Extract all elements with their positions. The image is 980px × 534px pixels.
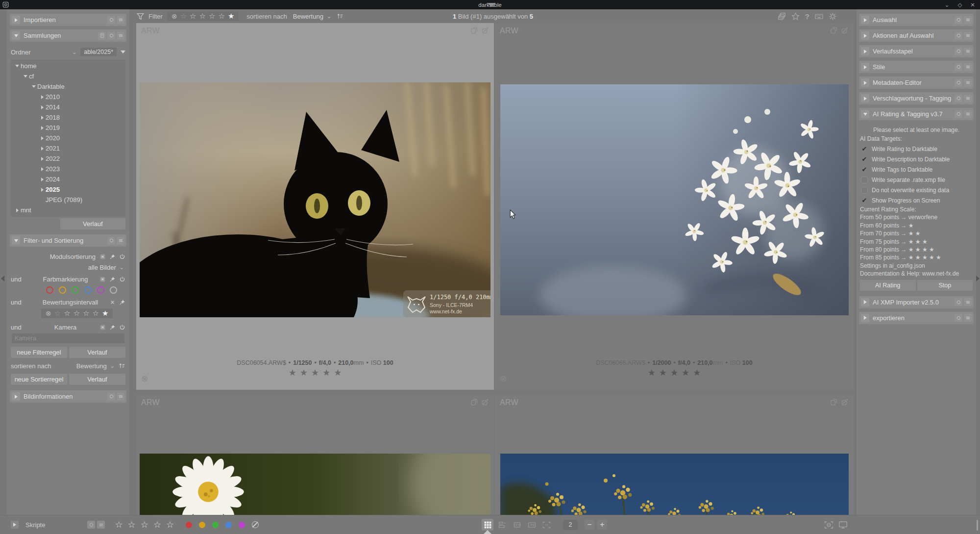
reset-icon[interactable]: [955, 298, 962, 306]
tree-item-2024[interactable]: 2024: [11, 174, 125, 184]
star-filled-icon[interactable]: ★: [228, 12, 234, 21]
filter-history-button[interactable]: Verlauf: [69, 347, 125, 358]
rule-label[interactable]: Bewertungsintervall: [31, 299, 109, 306]
expander-icon[interactable]: [861, 16, 869, 24]
rule-operator[interactable]: und: [11, 299, 31, 306]
tree-item-home[interactable]: home: [11, 61, 125, 71]
star-zero-icon[interactable]: ☆: [54, 309, 61, 318]
expander-icon[interactable]: [861, 31, 869, 40]
preferences-gear-icon[interactable]: [829, 12, 837, 21]
rating-filter[interactable]: ⊗ ☆ ☆ ☆ ☆ ☆ ★: [167, 11, 239, 21]
pin-icon[interactable]: [109, 254, 116, 260]
panel-ai-rating-header[interactable]: AI Rating & Tagging v3.7: [859, 108, 974, 120]
top-panel-collapse-handle[interactable]: [487, 3, 496, 7]
reset-icon[interactable]: [955, 95, 962, 102]
display-profile-icon[interactable]: [838, 520, 848, 530]
panel-sammlungen-header[interactable]: Sammlungen: [10, 29, 126, 42]
tree-item-2021[interactable]: 2021: [11, 143, 125, 153]
overlays-star-icon[interactable]: [791, 12, 800, 21]
star-icon[interactable]: ☆: [115, 519, 122, 530]
reset-icon[interactable]: [955, 63, 962, 71]
star-icon[interactable]: ☆: [199, 12, 206, 21]
remove-rule-icon[interactable]: [109, 299, 116, 305]
star-icon[interactable]: ☆: [166, 519, 174, 530]
maximize-button[interactable]: ◇: [958, 1, 962, 8]
focus-peaking-icon[interactable]: [824, 520, 833, 530]
group-icon[interactable]: [481, 26, 489, 34]
presets-icon[interactable]: [964, 32, 972, 40]
color-label-yellow[interactable]: [59, 286, 66, 294]
minimize-button[interactable]: ⌄: [945, 1, 950, 8]
reject-icon[interactable]: ⊗: [172, 12, 177, 21]
sort-history-button[interactable]: Verlauf: [69, 374, 125, 385]
presets-icon[interactable]: [964, 16, 972, 24]
reset-icon[interactable]: [955, 110, 962, 118]
camera-filter-input[interactable]: [12, 333, 124, 343]
checkbox[interactable]: [861, 177, 868, 183]
checkbox[interactable]: [861, 187, 868, 194]
star-rating[interactable]: ★★★★★: [285, 367, 345, 378]
star-icon[interactable]: ☆: [83, 309, 89, 318]
zoom-level-value[interactable]: 2: [563, 520, 578, 530]
expander-icon[interactable]: [861, 110, 869, 118]
tree-item-darktable[interactable]: Darktable: [11, 81, 125, 92]
rule-label[interactable]: Farbmarkierung: [31, 276, 99, 283]
view-preview-button[interactable]: [540, 519, 552, 531]
sort-select[interactable]: Bewertung ⌄: [293, 13, 343, 20]
close-button[interactable]: ✕: [970, 1, 975, 8]
right-panel-collapse-handle[interactable]: [976, 276, 980, 281]
panel-tagging-header[interactable]: Verschlagwortung - Tagging: [859, 92, 974, 104]
reset-icon[interactable]: [955, 79, 962, 87]
reset-icon[interactable]: [955, 48, 962, 55]
presets-icon[interactable]: [97, 521, 105, 529]
thumbnail-image-blossoms[interactable]: [500, 84, 849, 315]
view-zoomable-button[interactable]: [496, 519, 508, 531]
star-icon[interactable]: ☆: [209, 12, 215, 21]
zoom-in-button[interactable]: +: [597, 520, 607, 530]
duplicate-icon[interactable]: [830, 26, 838, 34]
expander-icon[interactable]: [861, 78, 869, 87]
group-icon[interactable]: [481, 398, 489, 406]
panel-filter-sortierung-header[interactable]: Filter- und Sortierung: [10, 234, 126, 247]
expander-icon[interactable]: [12, 31, 20, 40]
reset-icon[interactable]: [87, 521, 95, 529]
grouping-icon[interactable]: [778, 12, 786, 21]
panel-stile-header[interactable]: Stile: [859, 61, 974, 73]
presets-icon[interactable]: [964, 63, 972, 71]
thumbnail-image-daisy[interactable]: [140, 454, 490, 515]
color-label-red[interactable]: [186, 522, 192, 528]
panel-importieren-header[interactable]: Importieren: [10, 14, 126, 26]
color-label-green[interactable]: [212, 522, 219, 528]
view-culling-dynamic-button[interactable]: [526, 519, 538, 531]
group-icon[interactable]: [841, 398, 849, 406]
tree-item-mnt[interactable]: mnt: [11, 205, 125, 215]
filter-funnel-icon[interactable]: [136, 12, 145, 21]
reset-icon[interactable]: [955, 314, 962, 322]
rule-value[interactable]: alle Bilder: [88, 264, 116, 271]
zoom-out-button[interactable]: −: [585, 520, 594, 530]
color-label-green[interactable]: [72, 286, 79, 294]
panel-xmp-importer-header[interactable]: AI XMP Importer v2.5.0: [859, 296, 974, 308]
presets-icon[interactable]: [117, 16, 124, 24]
checkbox-row-show-progress[interactable]: ✔Show Progress on Screen: [860, 195, 973, 205]
pin-icon[interactable]: [109, 276, 116, 282]
collection-property-label[interactable]: Ordner: [11, 49, 72, 56]
thumbnail-cell-3[interactable]: ARW: [136, 395, 494, 515]
power-icon[interactable]: [119, 276, 125, 282]
view-filemanager-button[interactable]: [482, 519, 493, 531]
checkbox[interactable]: ✔: [861, 146, 868, 153]
tree-item-2020[interactable]: 2020: [11, 133, 125, 143]
checkbox-row-write-description[interactable]: ✔Write Description to Darktable: [860, 154, 973, 164]
expander-icon[interactable]: [861, 63, 869, 71]
sort-order-icon[interactable]: [119, 362, 125, 369]
color-label-none[interactable]: [110, 286, 117, 294]
duplicate-icon[interactable]: [470, 398, 478, 406]
rule-operator[interactable]: und: [11, 324, 31, 331]
color-label-purple[interactable]: [97, 286, 104, 294]
reset-icon[interactable]: [107, 393, 115, 401]
thumbnail-image-cat[interactable]: 1/1250 f/4,0 210mm IS Sony - ILCE-7RM4 w…: [140, 82, 490, 317]
pin-icon[interactable]: [119, 299, 125, 305]
reject-icon[interactable]: ⊗: [141, 374, 148, 384]
color-label-clear[interactable]: [252, 521, 259, 528]
star-filled-icon[interactable]: ★: [102, 309, 108, 318]
